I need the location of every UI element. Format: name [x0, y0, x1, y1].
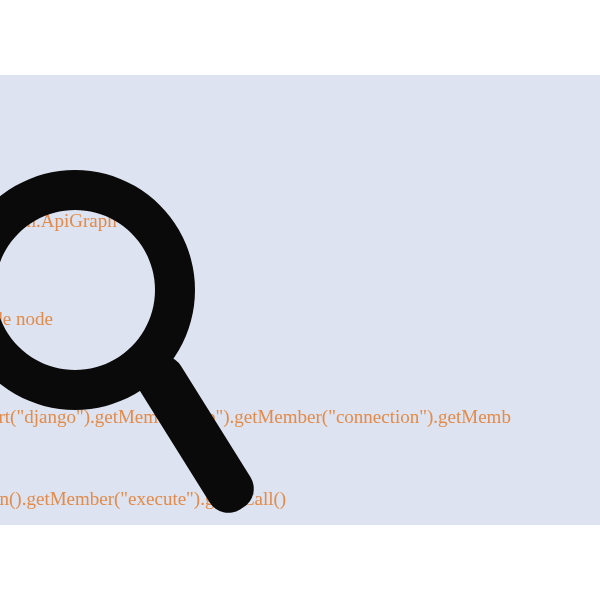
canvas: e.python.ApiGraph Node node nport("djang… — [0, 0, 600, 600]
code-line: e.python.ApiGraph — [0, 208, 511, 235]
code-line: eturn().getMember("execute").getACall() — [0, 486, 511, 513]
code-panel: e.python.ApiGraph Node node nport("djang… — [0, 75, 600, 525]
code-line: nport("django").getMember("db").getMembe… — [0, 404, 511, 431]
code-block: e.python.ApiGraph Node node nport("djang… — [0, 155, 511, 525]
code-line: Node node — [0, 306, 511, 333]
